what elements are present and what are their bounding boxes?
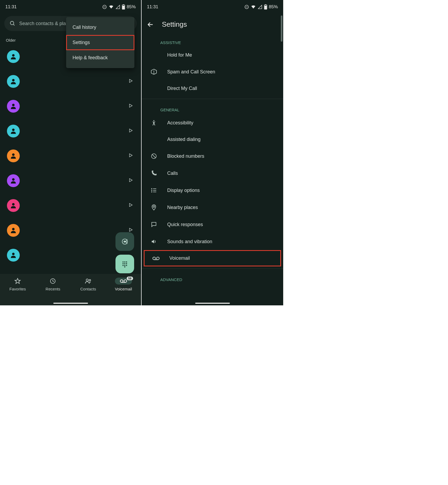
- setting-label: Quick responses: [167, 222, 203, 227]
- block-icon: [151, 153, 157, 159]
- setting-direct-my-call[interactable]: Direct My Call: [142, 80, 283, 97]
- setting-assisted-dialing[interactable]: Assisted dialing: [142, 131, 283, 148]
- svg-point-61: [157, 257, 159, 260]
- nav-voicemail-label: Voicemail: [115, 287, 132, 291]
- svg-marker-11: [130, 104, 133, 107]
- svg-marker-15: [130, 154, 133, 157]
- svg-line-6: [13, 24, 15, 26]
- contact-row[interactable]: [0, 94, 141, 119]
- contact-row[interactable]: [0, 119, 141, 143]
- video-call-fab[interactable]: [115, 232, 134, 251]
- contact-row[interactable]: [0, 69, 141, 94]
- play-icon[interactable]: [128, 153, 133, 159]
- status-time: 11:31: [147, 4, 158, 10]
- svg-point-8: [12, 79, 14, 81]
- wifi-icon: [251, 5, 256, 9]
- setting-voicemail[interactable]: Voicemail: [144, 250, 281, 266]
- svg-point-28: [122, 263, 123, 264]
- play-icon[interactable]: [128, 128, 133, 134]
- nav-contacts[interactable]: Contacts: [74, 278, 103, 291]
- setting-label: Blocked numbers: [167, 153, 204, 159]
- svg-point-29: [124, 263, 125, 264]
- nav-favorites[interactable]: Favorites: [3, 278, 32, 291]
- star-icon: [14, 278, 21, 284]
- setting-accessibility[interactable]: Accessibility: [142, 114, 283, 131]
- dnd-icon: [244, 5, 249, 9]
- gesture-bar: [195, 303, 230, 304]
- menu-call-history[interactable]: Call history: [66, 20, 134, 35]
- contact-avatar: [7, 125, 20, 137]
- dnd-icon: [102, 5, 107, 9]
- svg-rect-44: [265, 6, 267, 9]
- chat-icon: [151, 221, 157, 228]
- battery-percent: 85%: [269, 4, 278, 10]
- dialpad-fab[interactable]: [115, 255, 134, 273]
- setting-sounds-vibration[interactable]: Sounds and vibration: [142, 233, 283, 250]
- contact-row[interactable]: [0, 143, 141, 168]
- section-general: GENERAL: [142, 101, 283, 114]
- status-icons: 85%: [244, 4, 278, 10]
- search-placeholder: Search contacts & pla: [19, 21, 66, 26]
- nav-recents[interactable]: Recents: [38, 278, 67, 291]
- play-icon[interactable]: [128, 203, 133, 208]
- svg-marker-13: [130, 129, 133, 132]
- contact-row[interactable]: [0, 193, 141, 218]
- svg-point-10: [12, 104, 14, 106]
- svg-point-39: [124, 280, 127, 282]
- contact-row[interactable]: [0, 168, 141, 193]
- wifi-icon: [109, 5, 114, 9]
- nav-favorites-label: Favorites: [9, 287, 26, 291]
- play-icon[interactable]: [128, 78, 133, 84]
- phone-icon: [151, 170, 157, 176]
- back-arrow-icon[interactable]: [147, 21, 154, 28]
- nav-voicemail[interactable]: 58 Voicemail: [109, 278, 138, 291]
- status-bar: 11:31 85%: [0, 0, 141, 12]
- scrollbar[interactable]: [281, 15, 282, 42]
- battery-icon: [264, 4, 267, 10]
- accessibility-icon: [151, 120, 157, 126]
- svg-point-55: [151, 190, 152, 191]
- menu-help-feedback[interactable]: Help & feedback: [66, 50, 134, 65]
- setting-label: Direct My Call: [167, 86, 197, 91]
- setting-nearby-places[interactable]: Nearby places: [142, 199, 283, 216]
- svg-marker-19: [130, 203, 133, 207]
- setting-display-options[interactable]: Display options: [142, 182, 283, 199]
- svg-point-57: [151, 192, 152, 192]
- search-icon: [10, 21, 15, 26]
- nav-contacts-label: Contacts: [80, 287, 96, 291]
- status-icons: 85%: [102, 4, 136, 10]
- svg-point-34: [124, 266, 125, 267]
- setting-label: Hold for Me: [167, 52, 192, 58]
- setting-quick-responses[interactable]: Quick responses: [142, 216, 283, 233]
- bottom-nav: Favorites Recents Contacts 58 Voicemail: [0, 274, 141, 305]
- svg-point-50: [153, 120, 154, 121]
- status-time: 11:31: [5, 4, 17, 10]
- svg-point-32: [124, 265, 125, 266]
- setting-spam-call-screen[interactable]: Spam and Call Screen: [142, 63, 283, 80]
- svg-point-22: [12, 253, 14, 255]
- nav-recents-label: Recents: [46, 287, 60, 291]
- svg-line-52: [152, 154, 156, 158]
- setting-label: Spam and Call Screen: [167, 69, 215, 75]
- svg-rect-45: [265, 4, 266, 5]
- play-icon[interactable]: [128, 103, 133, 109]
- contact-avatar: [7, 174, 20, 187]
- play-icon[interactable]: [128, 178, 133, 184]
- svg-point-31: [122, 265, 123, 266]
- pin-icon: [151, 204, 157, 211]
- status-bar: 11:31 85%: [142, 0, 283, 12]
- setting-label: Calls: [167, 171, 178, 176]
- setting-calls[interactable]: Calls: [142, 165, 283, 182]
- contact-avatar: [7, 249, 20, 262]
- svg-point-27: [126, 261, 127, 262]
- contact-avatar: [7, 50, 20, 63]
- setting-hold-for-me[interactable]: Hold for Me: [142, 47, 283, 63]
- menu-settings[interactable]: Settings: [66, 35, 134, 50]
- overflow-menu: Call history Settings Help & feedback: [66, 17, 134, 68]
- signal-icon: [115, 5, 120, 9]
- setting-label: Accessibility: [167, 120, 193, 126]
- clock-icon: [50, 278, 56, 284]
- voicemail-icon: [120, 279, 127, 283]
- setting-blocked-numbers[interactable]: Blocked numbers: [142, 148, 283, 165]
- battery-percent: 85%: [127, 4, 136, 10]
